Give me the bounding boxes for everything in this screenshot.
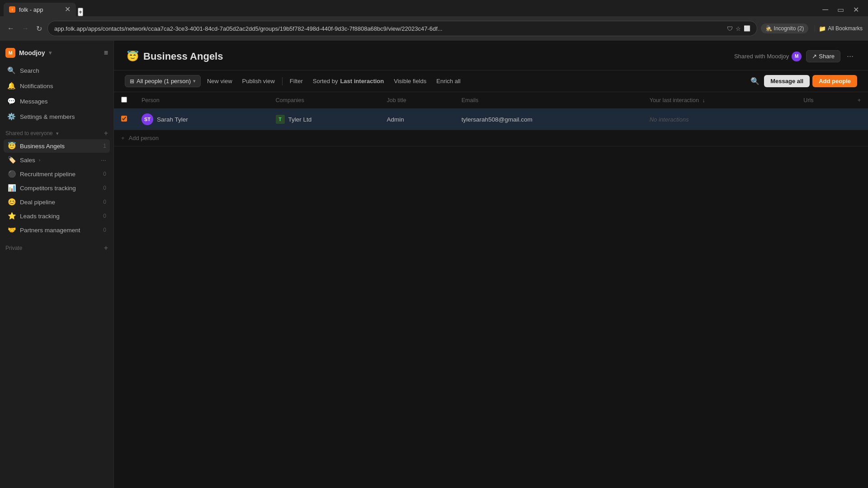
back-button[interactable]: ←	[5, 23, 16, 34]
sidebar-item-recruitment[interactable]: ⚫ Recruitment pipeline 0	[4, 167, 110, 181]
person-column-label: Person	[142, 97, 160, 103]
shared-with-text: Shared with Moodjoy	[734, 53, 789, 60]
sidebar-item-notifications[interactable]: 🔔 Notifications	[4, 79, 110, 93]
workspace-label: Moodjoy	[19, 49, 45, 56]
last-interaction-cell[interactable]: No interactions	[642, 109, 797, 130]
shared-section-header: Shared to everyone ▾ +	[0, 124, 113, 139]
bookmark-folder-icon: 📁	[819, 25, 826, 32]
table-header: Person Companies Job title Emails	[114, 92, 868, 109]
companies-column-header: Companies	[269, 92, 380, 109]
browser-nav: ← → ↻ app.folk.app/apps/contacts/network…	[0, 16, 868, 41]
sidebar-item-sales[interactable]: 🏷️ Sales › ···	[4, 153, 110, 167]
partners-emoji: 🤝	[7, 226, 16, 234]
sidebar-menu-button[interactable]: ≡	[104, 49, 108, 57]
deal-count: 0	[103, 199, 106, 205]
sidebar-item-partners[interactable]: 🤝 Partners management 0	[4, 223, 110, 237]
enrich-all-button[interactable]: Enrich all	[433, 75, 464, 87]
minimize-button[interactable]: ─	[821, 3, 830, 16]
sidebar-item-settings[interactable]: ⚙️ Settings & members	[4, 109, 110, 124]
row-checkbox[interactable]	[121, 116, 127, 122]
leads-emoji: ⭐	[7, 212, 16, 220]
all-people-label: All people (1 person)	[137, 78, 191, 84]
emails-column-header: Emails	[454, 92, 642, 109]
sidebar-messages-label: Messages	[20, 98, 48, 105]
active-tab[interactable]: f folk - app ✕	[4, 3, 76, 16]
leads-label: Leads tracking	[20, 213, 60, 220]
message-all-button[interactable]: Message all	[764, 75, 810, 87]
person-avatar: ST	[142, 113, 153, 125]
last-interaction-column-header: Your last interaction ↓	[642, 92, 797, 109]
sales-more-button[interactable]: ···	[101, 156, 106, 164]
forward-button[interactable]: →	[20, 23, 31, 34]
more-options-button[interactable]: ···	[845, 50, 855, 63]
shared-with-label: Shared with Moodjoy M	[734, 52, 802, 61]
all-bookmarks-label[interactable]: All Bookmarks	[828, 25, 863, 32]
all-people-chevron-icon: ▾	[193, 78, 196, 84]
job-title-cell[interactable]: Admin	[380, 109, 454, 130]
sidebar-item-business-angels[interactable]: 😇 Business Angels 1	[4, 139, 110, 153]
urls-column-header: Urls	[796, 92, 850, 109]
private-section-label: Private +	[5, 244, 108, 252]
table-search-button[interactable]: 🔍	[749, 75, 761, 87]
sidebar: M Moodjoy ▾ ≡ 🔍 Search 🔔 Notifications 💬…	[0, 41, 114, 488]
sidebar-nav: 🔍 Search 🔔 Notifications 💬 Messages ⚙️ S…	[0, 63, 113, 124]
leads-count: 0	[103, 213, 106, 219]
job-title-column-header: Job title	[380, 92, 454, 109]
visible-fields-label: Visible fields	[394, 78, 426, 84]
select-all-checkbox-header	[114, 92, 134, 109]
share-button[interactable]: ↗ Share	[806, 50, 840, 62]
add-people-button[interactable]: Add people	[812, 75, 857, 87]
sidebar-item-deal-pipeline[interactable]: 😊 Deal pipeline 0	[4, 195, 110, 209]
add-person-cell[interactable]: + Add person	[114, 130, 868, 146]
publish-view-button[interactable]: Publish view	[239, 75, 278, 87]
add-column-button[interactable]: +	[850, 92, 868, 109]
competitors-label: Competitors tracking	[20, 185, 76, 192]
urls-cell[interactable]	[796, 109, 850, 130]
star-icon[interactable]: ☆	[736, 25, 741, 32]
email-cell[interactable]: tylersarah508@gmail.com	[454, 109, 642, 130]
reload-button[interactable]: ↻	[34, 23, 44, 35]
grid-icon: ⊞	[130, 78, 134, 84]
add-person-label: Add person	[129, 135, 159, 141]
add-person-plus-icon: +	[121, 135, 125, 141]
companies-column-label: Companies	[276, 97, 304, 103]
add-shared-group-button[interactable]: +	[104, 129, 108, 137]
sidebar-settings-label: Settings & members	[20, 113, 75, 120]
row-checkbox-cell	[114, 109, 134, 130]
deal-label: Deal pipeline	[20, 199, 55, 206]
all-people-button[interactable]: ⊞ All people (1 person) ▾	[125, 75, 201, 87]
enrich-all-label: Enrich all	[436, 78, 460, 84]
add-person-row[interactable]: + Add person	[114, 130, 868, 146]
shared-avatar: M	[792, 52, 802, 61]
address-bar[interactable]: app.folk.app/apps/contacts/network/ccaa7…	[47, 21, 757, 36]
close-window-button[interactable]: ✕	[851, 4, 861, 16]
sidebar-item-competitors[interactable]: 📊 Competitors tracking 0	[4, 181, 110, 195]
main-header: 😇 Business Angels Shared with Moodjoy M …	[114, 41, 868, 70]
new-tab-button[interactable]: +	[78, 8, 83, 16]
incognito-icon: 🕵	[765, 25, 772, 32]
table-area: Person Companies Job title Emails	[114, 92, 868, 488]
tab-favicon: f	[9, 6, 15, 13]
table-row[interactable]: ST Sarah Tyler T Tyler Ltd Admin	[114, 109, 868, 130]
sort-button[interactable]: Sorted by Last interaction	[309, 75, 387, 87]
sidebar-item-messages[interactable]: 💬 Messages	[4, 94, 110, 108]
recruitment-label: Recruitment pipeline	[20, 171, 75, 178]
visible-fields-button[interactable]: Visible fields	[390, 75, 430, 87]
filter-button[interactable]: Filter	[286, 75, 307, 87]
sidebar-groups: 😇 Business Angels 1 🏷️ Sales › ··· ⚫ Rec…	[0, 139, 113, 237]
workspace-name[interactable]: M Moodjoy ▾	[5, 48, 52, 58]
new-view-button[interactable]: New view	[203, 75, 236, 87]
sidebar-item-leads[interactable]: ⭐ Leads tracking 0	[4, 209, 110, 223]
select-all-checkbox[interactable]	[121, 97, 127, 103]
sidebar-search-label: Search	[20, 67, 39, 74]
person-cell[interactable]: ST Sarah Tyler	[134, 109, 269, 130]
add-private-group-button[interactable]: +	[104, 244, 108, 252]
company-cell[interactable]: T Tyler Ltd	[269, 109, 380, 130]
extra-cell	[850, 109, 868, 130]
sorted-by-prefix: Sorted by	[313, 78, 338, 84]
tab-close-button[interactable]: ✕	[65, 6, 71, 13]
maximize-button[interactable]: ▭	[835, 4, 846, 16]
partners-label: Partners management	[20, 227, 80, 234]
tab-title: folk - app	[19, 6, 43, 13]
sidebar-item-search[interactable]: 🔍 Search	[4, 63, 110, 78]
